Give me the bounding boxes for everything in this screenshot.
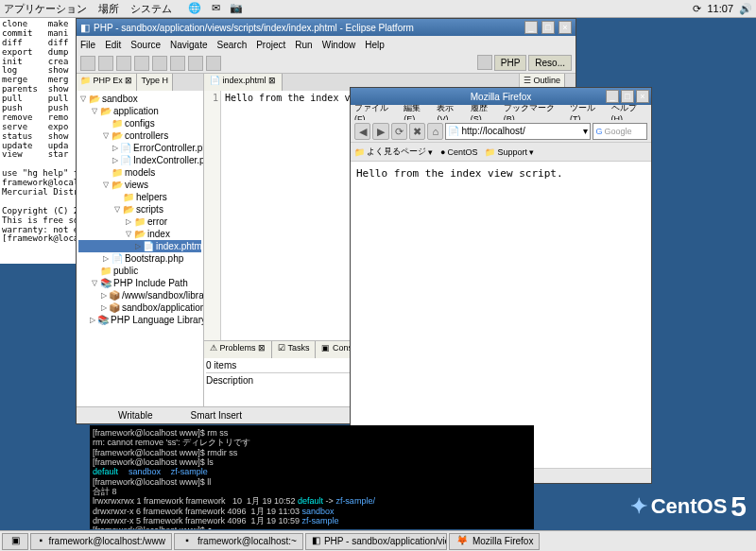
project-tree[interactable]: ▽📂sandbox ▽📂application 📁configs ▽📂contr… — [77, 91, 203, 406]
eclipse-toolbar: PHP Reso... — [77, 53, 576, 74]
volume-icon[interactable]: 🔊 — [739, 3, 752, 15]
line-gutter: 1 — [204, 91, 221, 340]
tree-folder: ▽📂views — [78, 179, 201, 191]
maximize-button[interactable]: □ — [541, 21, 555, 34]
open-perspective-button[interactable] — [477, 55, 492, 70]
places-menu[interactable]: 場所 — [98, 2, 119, 16]
reload-button[interactable]: ⟳ — [391, 123, 407, 140]
firefox-menubar: ファイル(F) 編集(E) 表示(V) 履歴(S) ブックマーク(B) ツール(… — [351, 105, 651, 120]
ext-button[interactable] — [152, 56, 167, 71]
browser-icon[interactable]: 🌐 — [187, 2, 202, 15]
status-writable: Writable — [118, 410, 153, 421]
menu-file[interactable]: File — [80, 40, 95, 50]
close-button[interactable]: × — [558, 21, 572, 34]
centos-logo: ✦ CentOS5 — [630, 491, 747, 523]
menu-source[interactable]: Source — [130, 40, 161, 50]
tree-folder: 📁helpers — [78, 191, 201, 203]
bottom-panel: ▣ ▪framework@localhost:/www ▪framework@l… — [0, 530, 756, 551]
tree-folder: ▽📂application — [78, 105, 201, 117]
bookmark-most-visited[interactable]: 📁よく見るページ▾ — [354, 146, 433, 158]
url-input[interactable] — [461, 126, 581, 136]
bookmarks-bar: 📁よく見るページ▾ ●CentOS 📁Support▾ — [351, 143, 651, 162]
bookmark-centos[interactable]: ●CentOS — [440, 147, 477, 157]
close-button[interactable]: × — [636, 90, 649, 103]
menu-window[interactable]: Window — [322, 40, 356, 50]
tree-folder: 📁models — [78, 166, 201, 179]
dropdown-icon[interactable]: ▾ — [583, 126, 588, 136]
tab-problems[interactable]: ⚠ Problems ⊠ — [204, 341, 272, 358]
update-icon[interactable]: ⟳ — [693, 3, 701, 15]
taskbar-item[interactable]: ▪framework@localhost:~ — [174, 533, 303, 550]
screenshot-icon[interactable]: 📷 — [229, 2, 244, 15]
taskbar-item[interactable]: 🦊Mozilla Firefox — [449, 533, 540, 550]
terminal-window[interactable]: [framework@localhost www]$ rm ss rm: can… — [90, 425, 534, 529]
forward-button[interactable]: ▶ — [372, 123, 388, 140]
tree-file: ▷📄Bootstrap.php — [78, 252, 201, 265]
menu-navigate[interactable]: Navigate — [170, 40, 207, 50]
menu-run[interactable]: Run — [295, 40, 312, 50]
firefox-title: Mozilla Firefox — [471, 92, 531, 102]
firefox-toolbar: ◀ ▶ ⟳ ✖ ⌂ 📄 ▾ G Google — [351, 120, 651, 143]
tree-folder: 📁public — [78, 265, 201, 277]
tree-folder: ▽📂controllers — [78, 129, 201, 142]
search-box[interactable]: G Google — [593, 123, 647, 140]
tree-folder: ▽📂scripts — [78, 203, 201, 215]
tree-project: ▽📂sandbox — [78, 93, 201, 105]
editor-tab[interactable]: 📄 index.phtml ⊠ — [204, 74, 283, 91]
eclipse-title: PHP - sandbox/application/views/scripts/… — [94, 23, 521, 33]
top-panel: アプリケーション 場所 システム 🌐 ✉ 📷 ⟳ 11:07 🔊 — [0, 0, 756, 18]
tree-folder: 📁configs — [78, 117, 201, 129]
home-button[interactable]: ⌂ — [427, 123, 443, 140]
tab-tasks[interactable]: ☑ Tasks — [272, 341, 316, 358]
debug-button[interactable] — [116, 56, 131, 71]
clock[interactable]: 11:07 — [707, 3, 733, 14]
system-menu[interactable]: システム — [130, 2, 172, 16]
google-icon: G — [595, 127, 602, 136]
tree-file: ▷📄IndexController.php — [78, 154, 201, 166]
menu-project[interactable]: Project — [256, 40, 285, 50]
status-insert: Smart Insert — [191, 410, 242, 421]
save-button[interactable] — [98, 56, 113, 71]
run-button[interactable] — [134, 56, 149, 71]
tab-type-hierarchy[interactable]: Type H — [137, 74, 173, 91]
menu-edit[interactable]: Edit — [105, 40, 121, 50]
perspective-resource[interactable]: Reso... — [528, 55, 572, 71]
tree-folder: ▷📁error — [78, 215, 201, 228]
eclipse-titlebar[interactable]: ◧ PHP - sandbox/application/views/script… — [77, 19, 576, 36]
menu-search[interactable]: Search — [217, 40, 248, 50]
tab-php-explorer[interactable]: 📁 PHP Ex ⊠ — [77, 74, 137, 91]
page-content: Hello from the index view script. — [351, 162, 651, 468]
tree-library: ▷📚PHP Language Library — [78, 314, 201, 326]
tree-library-entry: ▷📦/www/sandbox/library — [78, 289, 201, 301]
new-button[interactable] — [80, 56, 95, 71]
back-button[interactable]: ◀ — [354, 123, 370, 140]
tree-library: ▽📚PHP Include Path — [78, 277, 201, 289]
stop-button[interactable]: ✖ — [409, 123, 425, 140]
search-button[interactable] — [170, 56, 185, 71]
mail-icon[interactable]: ✉ — [208, 2, 223, 15]
firefox-window: Mozilla Firefox _ □ × ファイル(F) 編集(E) 表示(V… — [350, 87, 652, 484]
back-button[interactable] — [188, 56, 203, 71]
maximize-button[interactable]: □ — [621, 90, 634, 103]
show-desktop-button[interactable]: ▣ — [2, 533, 28, 550]
firefox-titlebar[interactable]: Mozilla Firefox _ □ × — [351, 88, 651, 105]
bookmark-support[interactable]: 📁Support▾ — [485, 147, 534, 157]
taskbar-item[interactable]: ◧PHP - sandbox/application/view... — [305, 533, 447, 550]
minimize-button[interactable]: _ — [606, 90, 619, 103]
eclipse-menubar: File Edit Source Navigate Search Project… — [77, 36, 576, 53]
tree-folder: ▽📂index — [78, 228, 201, 240]
perspective-php[interactable]: PHP — [494, 55, 527, 71]
fwd-button[interactable] — [206, 56, 221, 71]
eclipse-icon: ◧ — [80, 22, 90, 34]
tree-file: ▷📄ErrorController.php — [78, 142, 201, 154]
apps-menu[interactable]: アプリケーション — [4, 2, 87, 16]
url-bar[interactable]: 📄 ▾ — [445, 123, 591, 140]
tree-library-entry: ▷📦sandbox/application — [78, 301, 201, 314]
menu-help[interactable]: Help — [365, 40, 385, 50]
left-view-stack: 📁 PHP Ex ⊠ Type H ▽📂sandbox ▽📂applicatio… — [77, 74, 204, 406]
site-icon: 📄 — [448, 126, 459, 136]
tree-file-selected: ▷📄index.phtml — [78, 240, 201, 252]
taskbar-item[interactable]: ▪framework@localhost:/www — [30, 533, 172, 550]
minimize-button[interactable]: _ — [524, 21, 538, 34]
centos-icon: ✦ — [630, 494, 647, 519]
